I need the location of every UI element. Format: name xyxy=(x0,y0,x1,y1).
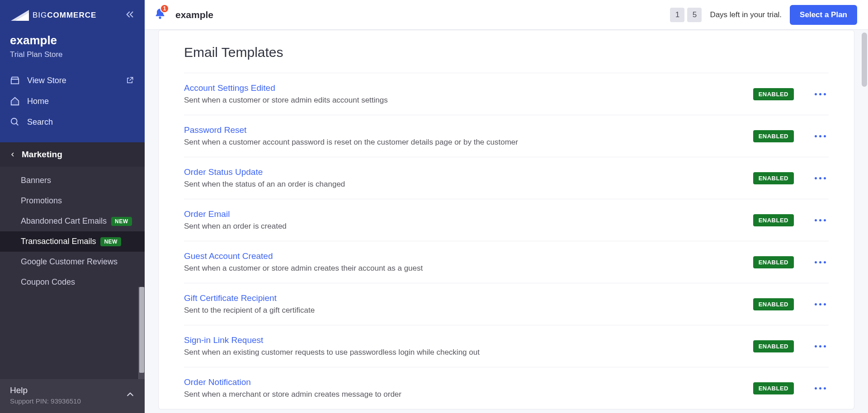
sidebar-item-label: Coupon Codes xyxy=(21,277,75,287)
status-badge: ENABLED xyxy=(753,172,794,184)
section-subnav: BannersPromotionsAbandoned Cart EmailsNE… xyxy=(0,167,145,301)
row-actions-button[interactable] xyxy=(812,300,829,308)
template-title-link[interactable]: Gift Certificate Recipient xyxy=(184,293,315,303)
template-row: Order EmailSent when an order is created… xyxy=(184,199,829,241)
sidebar-item-google-customer-reviews[interactable]: Google Customer Reviews xyxy=(0,252,145,272)
content: Email Templates Account Settings EditedS… xyxy=(145,30,868,413)
sidebar-item-promotions[interactable]: Promotions xyxy=(0,191,145,211)
status-badge: ENABLED xyxy=(753,382,794,394)
sidebar-item-abandoned-cart-emails[interactable]: Abandoned Cart EmailsNEW xyxy=(0,211,145,231)
template-row: Order Status UpdateSent when the status … xyxy=(184,157,829,199)
sidebar-item-transactional-emails[interactable]: Transactional EmailsNEW xyxy=(0,231,145,252)
sidebar-section: Marketing BannersPromotionsAbandoned Car… xyxy=(0,142,145,379)
new-badge: NEW xyxy=(111,217,132,226)
row-actions-button[interactable] xyxy=(812,90,829,98)
status-badge: ENABLED xyxy=(753,340,794,352)
template-row: Sign-in Link RequestSent when an existin… xyxy=(184,325,829,367)
template-row: Guest Account CreatedSent when a custome… xyxy=(184,241,829,283)
sidebar-item-label: Promotions xyxy=(21,196,62,206)
template-description: Sent when a customer or store admin edit… xyxy=(184,96,388,105)
template-title-link[interactable]: Sign-in Link Request xyxy=(184,335,480,345)
sidebar-item-label: Transactional Emails xyxy=(21,237,96,246)
notifications-button[interactable]: 1 xyxy=(154,8,166,22)
sidebar-scrollbar[interactable] xyxy=(138,287,145,379)
notifications-count: 1 xyxy=(160,4,169,13)
sidebar-item-banners[interactable]: Banners xyxy=(0,170,145,191)
template-title-link[interactable]: Guest Account Created xyxy=(184,251,423,261)
storefront-icon xyxy=(10,75,20,85)
template-description: Sent when an order is created xyxy=(184,222,287,231)
template-description: Sent to the recipient of a gift certific… xyxy=(184,306,315,315)
template-title-link[interactable]: Order Email xyxy=(184,209,287,219)
content-scrollbar[interactable] xyxy=(861,30,868,413)
trial-text: Days left in your trial. xyxy=(710,10,782,19)
nav-search[interactable]: Search xyxy=(0,112,145,132)
nav-home[interactable]: Home xyxy=(0,91,145,112)
logo-mark-icon xyxy=(10,9,30,22)
row-actions-button[interactable] xyxy=(812,132,829,140)
template-description: Sent when the status of an an order is c… xyxy=(184,180,345,189)
sidebar-scrollbar-thumb[interactable] xyxy=(139,287,144,373)
trial-digit: 1 xyxy=(670,8,684,22)
trial-digit: 5 xyxy=(687,8,702,22)
nav-view-store[interactable]: View Store xyxy=(0,70,145,91)
nav-label: View Store xyxy=(27,76,66,85)
template-row: Order NotificationSent when a merchant o… xyxy=(184,367,829,409)
brand-logo[interactable]: BIGCOMMERCE xyxy=(10,9,96,22)
store-info[interactable]: example Trial Plan Store xyxy=(0,30,145,66)
chevron-double-left-icon xyxy=(125,9,135,19)
content-scrollbar-thumb[interactable] xyxy=(862,33,867,87)
page-store-title: example xyxy=(175,9,213,20)
template-row: Account Settings EditedSent when a custo… xyxy=(184,73,829,115)
search-icon xyxy=(10,117,20,127)
select-plan-button[interactable]: Select a Plan xyxy=(790,5,857,25)
trial-days: 1 5 xyxy=(670,8,702,22)
page-heading: Email Templates xyxy=(184,45,829,60)
svg-point-2 xyxy=(11,118,17,124)
row-actions-button[interactable] xyxy=(812,174,829,182)
section-title: Marketing xyxy=(22,150,62,160)
template-title-link[interactable]: Order Notification xyxy=(184,377,401,387)
collapse-sidebar-button[interactable] xyxy=(125,9,135,21)
row-actions-button[interactable] xyxy=(812,343,829,350)
status-badge: ENABLED xyxy=(753,298,794,310)
row-actions-button[interactable] xyxy=(812,258,829,266)
section-header-marketing[interactable]: Marketing xyxy=(0,142,145,167)
sidebar: BIGCOMMERCE example Trial Plan Store Vie… xyxy=(0,0,145,413)
sidebar-item-label: Google Customer Reviews xyxy=(21,257,118,267)
help-footer[interactable]: Help Support PIN: 93936510 xyxy=(0,379,145,413)
sidebar-item-label: Banners xyxy=(21,176,51,185)
chevron-up-icon xyxy=(126,390,135,401)
chevron-left-icon xyxy=(10,151,16,158)
template-row: Password ResetSent when a customer accou… xyxy=(184,115,829,157)
template-description: Sent when a merchant or store admin crea… xyxy=(184,390,401,399)
nav-label: Home xyxy=(27,97,49,106)
external-link-icon xyxy=(125,75,135,85)
brand-name-bold: COMMERCE xyxy=(47,11,96,19)
topbar: 1 example 1 5 Days left in your trial. S… xyxy=(145,0,868,30)
template-description: Sent when an existing customer requests … xyxy=(184,348,480,357)
status-badge: ENABLED xyxy=(753,214,794,226)
sidebar-item-label: Abandoned Cart Emails xyxy=(21,216,107,226)
status-badge: ENABLED xyxy=(753,88,794,100)
template-row: Gift Certificate RecipientSent to the re… xyxy=(184,283,829,325)
help-title: Help xyxy=(10,385,81,395)
main: 1 example 1 5 Days left in your trial. S… xyxy=(145,0,868,413)
template-list: Account Settings EditedSent when a custo… xyxy=(184,73,829,409)
status-badge: ENABLED xyxy=(753,130,794,142)
template-description: Sent when a customer account password is… xyxy=(184,138,518,147)
email-templates-card: Email Templates Account Settings EditedS… xyxy=(158,30,854,409)
row-actions-button[interactable] xyxy=(812,385,829,392)
sidebar-item-coupon-codes[interactable]: Coupon Codes xyxy=(0,272,145,292)
store-plan: Trial Plan Store xyxy=(10,50,135,59)
brand-name-light: BIG xyxy=(33,11,47,19)
template-title-link[interactable]: Order Status Update xyxy=(184,167,345,177)
status-badge: ENABLED xyxy=(753,256,794,268)
sidebar-header: BIGCOMMERCE example Trial Plan Store Vie… xyxy=(0,0,145,142)
new-badge: NEW xyxy=(100,237,121,246)
row-actions-button[interactable] xyxy=(812,216,829,224)
template-title-link[interactable]: Account Settings Edited xyxy=(184,83,388,93)
home-icon xyxy=(10,96,20,106)
svg-point-3 xyxy=(159,16,161,19)
template-title-link[interactable]: Password Reset xyxy=(184,125,518,135)
